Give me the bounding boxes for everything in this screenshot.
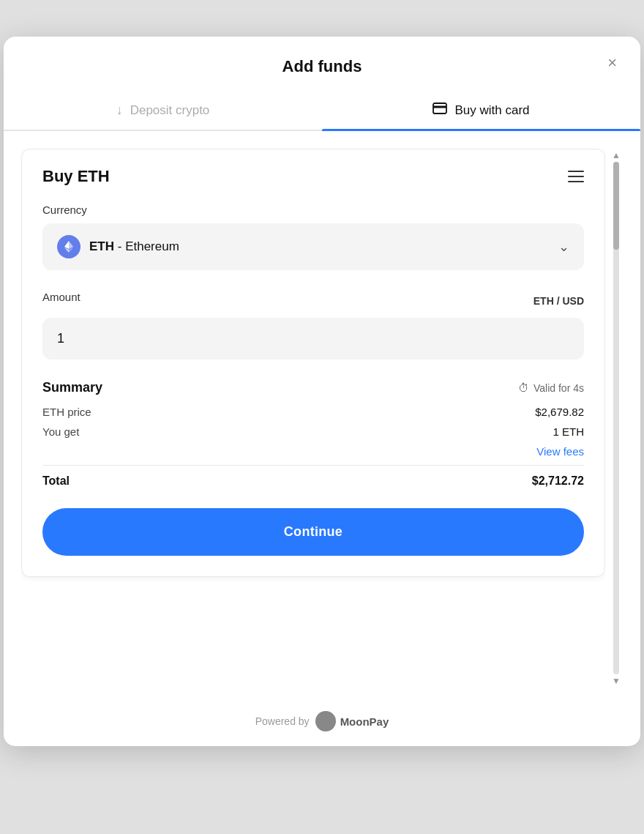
moonpay-name: MoonPay [340,715,389,728]
summary-section: Summary ⏱ Valid for 4s ETH price $2,679.… [42,380,584,488]
scrollbar-track[interactable] [613,162,619,674]
modal-body: Buy ETH Currency [4,131,640,699]
total-label: Total [42,474,70,488]
moonpay-icon [315,711,336,731]
amount-unit: ETH / USD [533,295,584,307]
currency-label: Currency [42,204,584,216]
card-header: Buy ETH [42,167,584,186]
scroll-up-arrow[interactable]: ▲ [610,149,623,162]
svg-rect-1 [433,106,446,108]
continue-button[interactable]: Continue [42,508,584,556]
tab-card-label: Buy with card [454,103,529,118]
moonpay-logo: MoonPay [315,711,389,731]
content-area: Buy ETH Currency [21,149,605,688]
amount-value: 1 [57,331,64,346]
eth-price-label: ETH price [42,406,91,418]
scrollbar-thumb[interactable] [613,162,619,250]
summary-header: Summary ⏱ Valid for 4s [42,380,584,395]
add-funds-modal: Add funds × ↓ Deposit crypto Buy with ca… [4,37,640,746]
tab-deposit-crypto[interactable]: ↓ Deposit crypto [4,89,322,130]
summary-divider [42,465,584,466]
eth-price-value: $2,679.82 [535,406,584,418]
view-fees-link[interactable]: View fees [42,445,584,458]
total-value: $2,712.72 [532,474,584,488]
tabs-container: ↓ Deposit crypto Buy with card [4,89,640,131]
chevron-down-icon: ⌄ [558,239,569,255]
modal-header: Add funds × [4,37,640,89]
amount-label: Amount [42,291,80,303]
eth-icon [57,235,80,258]
summary-label: Summary [42,380,102,395]
currency-selector[interactable]: ETH - Ethereum ⌄ [42,223,584,270]
valid-timer: ⏱ Valid for 4s [518,381,584,394]
tab-deposit-label: Deposit crypto [130,103,210,118]
modal-title: Add funds [282,57,362,76]
svg-rect-0 [433,103,446,113]
close-button[interactable]: × [607,55,617,71]
currency-text: ETH - Ethereum [89,239,179,254]
total-row: Total $2,712.72 [42,474,584,488]
clock-icon: ⏱ [518,381,529,394]
card-title: Buy ETH [42,167,110,186]
you-get-row: You get 1 ETH [42,425,584,438]
buy-eth-card: Buy ETH Currency [21,149,605,577]
scroll-down-arrow[interactable]: ▼ [610,674,623,688]
scrollbar[interactable]: ▲ ▼ [610,149,623,688]
currency-section: Currency [42,204,584,270]
deposit-icon: ↓ [116,103,123,118]
amount-input-box[interactable]: 1 [42,318,584,360]
eth-price-row: ETH price $2,679.82 [42,406,584,418]
card-icon [433,103,447,118]
amount-section: Amount ETH / USD 1 [42,291,584,360]
valid-text: Valid for 4s [533,382,584,394]
currency-left: ETH - Ethereum [57,235,179,258]
svg-marker-3 [64,241,69,249]
you-get-label: You get [42,425,79,438]
you-get-value: 1 ETH [553,425,584,438]
tab-buy-with-card[interactable]: Buy with card [322,89,640,130]
modal-footer: Powered by MoonPay [4,699,640,746]
svg-marker-2 [69,241,73,249]
powered-by-text: Powered by [255,715,310,727]
amount-header: Amount ETH / USD [42,291,584,310]
hamburger-menu-icon[interactable] [568,171,584,182]
